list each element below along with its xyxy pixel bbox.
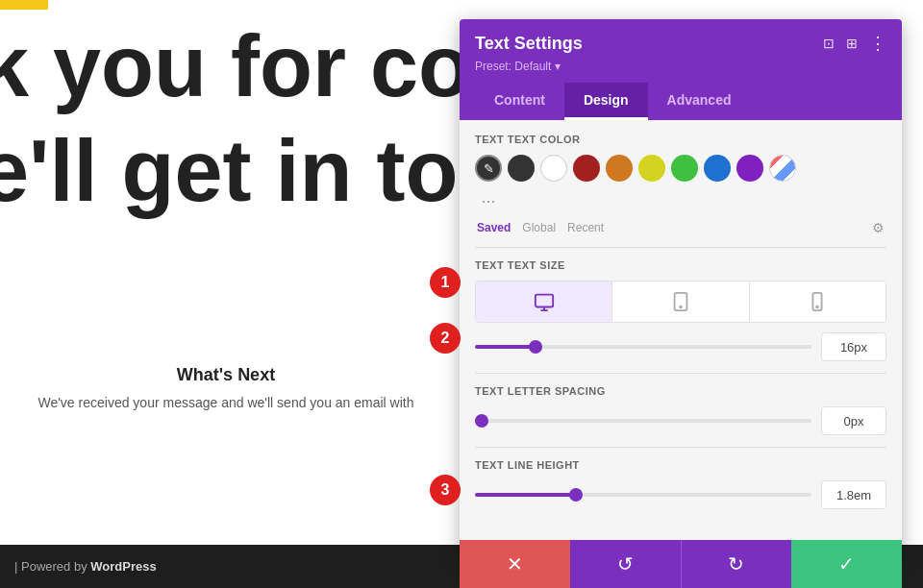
color-swatch-yellow[interactable] xyxy=(638,155,665,182)
color-swatch-row xyxy=(475,155,886,182)
whats-next-heading: What's Next xyxy=(19,365,433,385)
divider-3 xyxy=(475,447,886,448)
letter-spacing-label: Text Letter Spacing xyxy=(475,385,886,397)
svg-point-4 xyxy=(816,306,818,308)
device-tab-row xyxy=(475,281,886,323)
svg-point-2 xyxy=(680,306,682,308)
divider-2 xyxy=(475,373,886,374)
color-swatch-purple[interactable] xyxy=(736,155,763,182)
size-slider-fill xyxy=(475,345,536,349)
undo-button[interactable]: ↺ xyxy=(570,540,681,588)
collapse-icon[interactable]: ⊡ xyxy=(823,36,835,51)
color-more-row: ··· xyxy=(475,187,886,214)
preset-selector[interactable]: Preset: Default xyxy=(475,60,886,73)
color-swatch-red[interactable] xyxy=(573,155,600,182)
letter-spacing-slider-row: 0px xyxy=(475,406,886,435)
saved-tab-saved[interactable]: Saved xyxy=(477,221,511,234)
redo-button[interactable]: ↻ xyxy=(681,540,792,588)
color-swatch-blue[interactable] xyxy=(704,155,731,182)
panel-tabs: Content Design Advanced xyxy=(475,83,886,120)
color-swatch-green[interactable] xyxy=(671,155,698,182)
letter-spacing-thumb[interactable] xyxy=(475,414,488,428)
saved-tab-global[interactable]: Global xyxy=(522,221,556,234)
cancel-button[interactable]: ✕ xyxy=(460,540,570,588)
color-swatch-black[interactable] xyxy=(508,155,535,182)
yellow-accent-bar xyxy=(0,0,48,10)
undo-icon: ↺ xyxy=(617,552,634,576)
divider-1 xyxy=(475,247,886,248)
footer-text: | Powered by WordPress xyxy=(14,559,157,574)
line-height-fill xyxy=(475,493,576,497)
step-1-badge: 1 xyxy=(430,267,461,298)
tab-design[interactable]: Design xyxy=(564,83,648,120)
size-slider-value[interactable]: 16px xyxy=(821,332,886,361)
more-options-icon[interactable]: ⋮ xyxy=(869,33,886,54)
size-slider-thumb[interactable] xyxy=(529,340,542,354)
letter-spacing-value[interactable]: 0px xyxy=(821,406,886,435)
device-tab-desktop[interactable] xyxy=(476,282,612,322)
panel-title: Text Settings xyxy=(475,34,583,54)
size-section-label: Text Text Size xyxy=(475,259,886,271)
received-message: We've received your message and we'll se… xyxy=(19,395,433,410)
saved-tabs-row: Saved Global Recent ⚙ xyxy=(475,220,886,235)
step-2-badge: 2 xyxy=(430,323,461,354)
line-height-thumb[interactable] xyxy=(569,488,583,502)
panel-header-top: Text Settings ⊡ ⊞ ⋮ xyxy=(475,33,886,54)
step-3-badge: 3 xyxy=(430,475,461,505)
svg-rect-0 xyxy=(535,295,552,307)
action-bar: ✕ ↺ ↻ ✓ xyxy=(460,540,902,588)
letter-spacing-track[interactable] xyxy=(475,419,811,423)
save-button[interactable]: ✓ xyxy=(791,540,902,588)
bottom-content: What's Next We've received your message … xyxy=(0,346,452,429)
color-swatch-custom[interactable] xyxy=(769,155,796,182)
cancel-icon: ✕ xyxy=(507,552,523,576)
line-height-track[interactable] xyxy=(475,493,811,497)
more-swatches-icon[interactable]: ··· xyxy=(475,187,502,214)
device-tab-tablet[interactable] xyxy=(612,282,749,322)
grid-icon[interactable]: ⊞ xyxy=(846,36,858,51)
panel-body: Text Text Color ··· Saved Global Recent … xyxy=(460,120,902,557)
text-settings-panel: Text Settings ⊡ ⊞ ⋮ Preset: Default Cont… xyxy=(460,19,902,557)
tab-advanced[interactable]: Advanced xyxy=(648,83,751,120)
color-edit-swatch[interactable] xyxy=(475,155,502,182)
save-icon: ✓ xyxy=(838,552,855,576)
color-swatch-orange[interactable] xyxy=(606,155,633,182)
line-height-value[interactable]: 1.8em xyxy=(821,480,886,509)
saved-settings-gear-icon[interactable]: ⚙ xyxy=(872,220,885,235)
panel-header-icons: ⊡ ⊞ ⋮ xyxy=(823,33,886,54)
tab-content[interactable]: Content xyxy=(475,83,564,120)
line-height-slider-row: 1.8em xyxy=(475,480,886,509)
size-slider-row: 16px xyxy=(475,332,886,361)
size-slider-track[interactable] xyxy=(475,345,811,349)
device-tab-mobile[interactable] xyxy=(750,282,886,322)
color-section-label: Text Text Color xyxy=(475,134,886,145)
redo-icon: ↻ xyxy=(728,552,744,576)
line-height-label: Text Line Height xyxy=(475,459,886,471)
saved-tab-recent[interactable]: Recent xyxy=(567,221,604,234)
panel-header: Text Settings ⊡ ⊞ ⋮ Preset: Default Cont… xyxy=(460,19,902,120)
color-swatch-white[interactable] xyxy=(540,155,567,182)
